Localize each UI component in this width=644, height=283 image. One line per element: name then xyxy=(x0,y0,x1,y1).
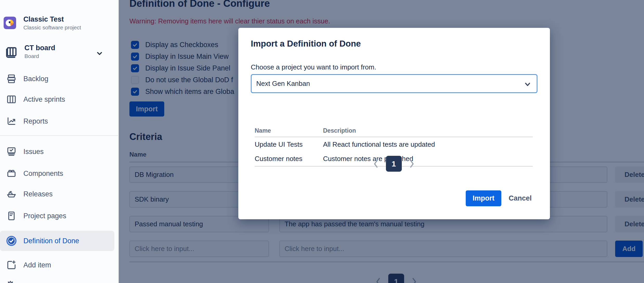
board-name: CT board xyxy=(24,44,55,52)
table-header-row: Name Description xyxy=(255,125,533,137)
cell-description: All React functional tests are updated xyxy=(323,137,533,152)
sidebar-item-project-pages[interactable]: Project pages xyxy=(0,206,119,226)
sidebar-item-label: Project pages xyxy=(23,212,66,220)
sidebar-item-label: Backlog xyxy=(23,75,48,83)
project-header[interactable]: Classic Test Classic software project xyxy=(4,15,81,31)
sidebar-item-label: Definition of Done xyxy=(23,237,79,245)
current-page[interactable]: 1 xyxy=(386,156,402,172)
board-switcher[interactable]: CT board Board xyxy=(5,44,114,59)
project-pages-icon xyxy=(6,210,17,222)
sidebar-item-reports[interactable]: Reports xyxy=(0,111,119,131)
settings-gear-icon[interactable]: ⚙ xyxy=(6,279,15,283)
table-row: Update UI Tests All React functional tes… xyxy=(255,137,533,152)
reports-icon xyxy=(6,115,17,127)
issues-icon xyxy=(6,146,17,157)
sidebar-item-add-item[interactable]: Add item xyxy=(0,255,119,275)
dialog-title: Import a Definition of Done xyxy=(251,39,361,49)
sidebar-divider xyxy=(0,135,118,136)
dialog-footer: Import Cancel xyxy=(466,190,536,206)
sidebar-item-issues[interactable]: Issues xyxy=(0,142,119,162)
board-icon xyxy=(5,45,18,58)
definition-of-done-icon xyxy=(6,235,17,247)
project-avatar xyxy=(4,17,16,29)
modal-cancel-button[interactable]: Cancel xyxy=(504,190,536,206)
project-name: Classic Test xyxy=(23,15,81,23)
sidebar-item-definition-of-done[interactable]: Definition of Done xyxy=(0,231,114,251)
sidebar-item-components[interactable]: Components xyxy=(0,163,119,184)
board-info: CT board Board xyxy=(24,44,55,59)
previous-page-icon[interactable] xyxy=(372,159,379,168)
cell-name: Update UI Tests xyxy=(255,137,323,152)
sidebar-item-releases[interactable]: Releases xyxy=(0,184,119,204)
add-item-icon xyxy=(6,259,17,271)
chevron-down-icon xyxy=(524,82,531,88)
active-sprints-icon xyxy=(6,94,17,105)
sidebar-item-active-sprints[interactable]: Active sprints xyxy=(0,89,119,110)
sidebar-item-label: Reports xyxy=(23,117,48,125)
components-icon xyxy=(6,168,17,179)
project-info: Classic Test Classic software project xyxy=(23,15,81,31)
board-subtitle: Board xyxy=(24,53,55,59)
import-dialog: Import a Definition of Done Choose a pro… xyxy=(238,28,550,219)
column-header-description: Description xyxy=(323,125,533,137)
project-select[interactable]: Next Gen Kanban xyxy=(251,74,537,93)
sidebar-item-label: Releases xyxy=(23,190,53,198)
sidebar-item-label: Add item xyxy=(23,261,51,269)
sidebar-item-label: Active sprints xyxy=(23,95,65,104)
releases-icon xyxy=(6,188,17,200)
sidebar-item-backlog[interactable]: Backlog xyxy=(0,69,119,89)
sidebar-item-label: Issues xyxy=(23,148,44,156)
next-page-icon[interactable] xyxy=(409,159,415,168)
modal-import-button[interactable]: Import xyxy=(466,190,501,206)
project-subtitle: Classic software project xyxy=(23,24,81,31)
backlog-icon xyxy=(6,73,17,85)
project-select-value: Next Gen Kanban xyxy=(256,80,310,88)
sidebar: Classic Test Classic software project CT… xyxy=(0,0,119,283)
column-header-name: Name xyxy=(255,125,323,137)
sidebar-item-label: Components xyxy=(23,170,63,178)
project-chooser-label: Choose a project you want to import from… xyxy=(251,63,376,71)
modal-pagination: 1 xyxy=(255,156,533,172)
chevron-down-icon[interactable] xyxy=(96,49,103,58)
